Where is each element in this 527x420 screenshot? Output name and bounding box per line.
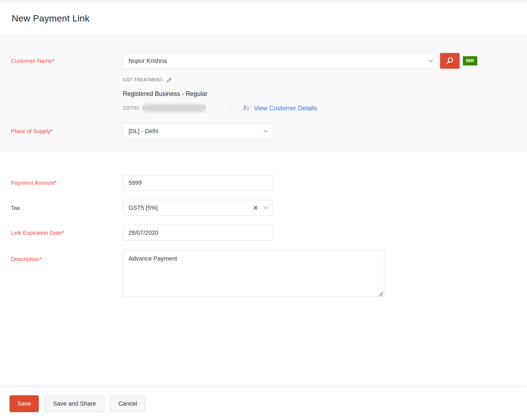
description-textarea[interactable]: Advance Payment bbox=[123, 250, 384, 297]
user-details-icon bbox=[243, 104, 250, 112]
gst-treatment-header: GST TREATMENT bbox=[123, 77, 527, 83]
payment-amount-input[interactable] bbox=[123, 175, 273, 191]
footer-action-bar: Save Save and Share Cancel bbox=[0, 387, 527, 420]
view-customer-details-link[interactable]: View Customer Details bbox=[243, 104, 317, 112]
customer-name-row: Customer Name* INR bbox=[11, 53, 527, 69]
edit-pencil-icon[interactable] bbox=[166, 77, 172, 83]
place-of-supply-row: Place of Supply* [DL] - Delhi bbox=[11, 123, 527, 139]
payment-amount-label: Payment Amount* bbox=[11, 180, 123, 186]
view-customer-details-label: View Customer Details bbox=[254, 105, 317, 112]
page-header: New Payment Link bbox=[0, 2, 527, 35]
gstin-row: GSTIN: 0 7 View Customer Details bbox=[123, 101, 527, 115]
gstin-label: GSTIN: bbox=[123, 105, 140, 111]
description-wrap: Advance Payment bbox=[123, 250, 384, 298]
save-and-share-button[interactable]: Save and Share bbox=[45, 395, 104, 412]
tax-row: Tax GST5 [5%] bbox=[11, 200, 527, 216]
top-window-strip bbox=[0, 0, 527, 2]
tax-value: GST5 [5%] bbox=[128, 204, 158, 211]
customer-name-input[interactable] bbox=[123, 53, 438, 69]
clear-x-icon[interactable] bbox=[253, 205, 259, 211]
gst-treatment-label: GST TREATMENT bbox=[123, 77, 163, 83]
cancel-button[interactable]: Cancel bbox=[110, 395, 145, 412]
place-of-supply-label: Place of Supply* bbox=[11, 128, 123, 134]
gst-treatment-value: Registered Business - Regular bbox=[123, 90, 527, 98]
gstin-redacted-blur bbox=[144, 104, 204, 112]
gstin-value: GSTIN: 0 7 bbox=[123, 104, 229, 112]
place-of-supply-value: [DL] - Delhi bbox=[128, 128, 158, 135]
customer-search-button[interactable] bbox=[440, 53, 460, 69]
place-of-supply-select[interactable]: [DL] - Delhi bbox=[123, 123, 273, 139]
page-title: New Payment Link bbox=[12, 13, 90, 24]
customer-section: Customer Name* INR GST TREATMENT bbox=[0, 35, 527, 152]
content-spacer bbox=[0, 298, 527, 387]
description-label: Description* bbox=[11, 250, 123, 262]
tax-label: Tax bbox=[11, 205, 123, 211]
chevron-down-icon bbox=[263, 205, 268, 211]
vertical-divider bbox=[229, 101, 230, 115]
search-icon bbox=[446, 57, 454, 65]
customer-name-label: Customer Name* bbox=[11, 58, 123, 64]
chevron-down-icon bbox=[263, 128, 268, 134]
currency-badge: INR bbox=[463, 56, 477, 65]
description-row: Description* Advance Payment bbox=[11, 250, 527, 298]
gst-treatment-block: GST TREATMENT Registered Business - Regu… bbox=[123, 77, 527, 115]
link-expiration-date-row: Link Expiration Date* bbox=[11, 225, 527, 241]
link-expiration-date-input[interactable] bbox=[123, 225, 273, 241]
payment-details-section: Payment Amount* Tax GST5 [5%] Link Expir… bbox=[0, 152, 527, 298]
link-expiration-date-label: Link Expiration Date* bbox=[11, 230, 123, 236]
payment-amount-row: Payment Amount* bbox=[11, 175, 527, 191]
tax-select[interactable]: GST5 [5%] bbox=[123, 200, 273, 216]
save-button[interactable]: Save bbox=[10, 395, 39, 412]
customer-name-combo bbox=[123, 53, 438, 69]
